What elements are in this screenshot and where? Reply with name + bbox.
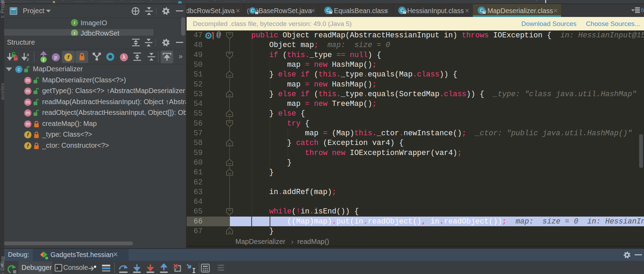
svg-text:a: a — [27, 52, 29, 57]
svg-text:z: z — [27, 57, 29, 62]
svg-text:›: › — [56, 265, 58, 271]
